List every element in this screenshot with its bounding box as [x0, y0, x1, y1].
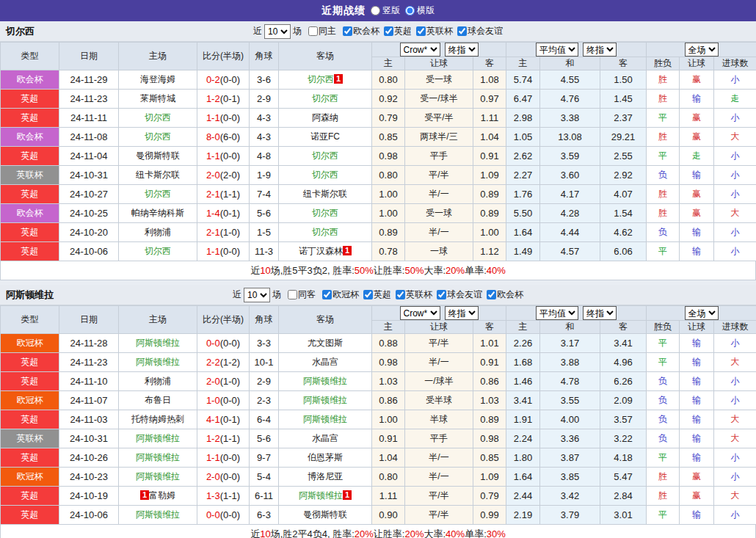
avg-away: 2.37 — [600, 109, 647, 128]
competition-filter-英联杯[interactable]: 英联杯 — [412, 25, 453, 37]
team-name: 切尔西 — [312, 208, 338, 218]
final-index-select-2[interactable]: 终指 — [583, 306, 617, 320]
competition-badge: 欧会杯 — [1, 128, 59, 147]
avg-away: 1.45 — [600, 90, 647, 109]
competition-checkbox[interactable] — [437, 290, 446, 299]
halftime-score: (0-0) — [220, 74, 240, 85]
match-count-select[interactable]: 10 — [264, 24, 291, 39]
team-name: 切尔西 — [312, 93, 338, 103]
same-venue-checkbox[interactable] — [288, 290, 297, 299]
average-select[interactable]: 平均值 — [536, 306, 578, 320]
result-goals: 小 — [714, 242, 756, 261]
team-name: 阿斯顿维拉 — [136, 338, 180, 348]
competition-filter-英超[interactable]: 英超 — [379, 25, 412, 37]
corner-count: 1-5 — [250, 223, 279, 242]
corner-count: 11-3 — [250, 242, 279, 261]
team-name: 水晶宫 — [312, 357, 338, 367]
team-name: 利物浦 — [145, 227, 171, 237]
halftime-score: (2-0) — [220, 170, 240, 181]
home-team: 阿斯顿维拉 — [119, 429, 197, 448]
team-name: 纽卡斯尔联 — [303, 189, 347, 199]
result-handicap: 输 — [680, 166, 714, 185]
competition-checkbox[interactable] — [343, 26, 352, 36]
summary-segment: 40% — [446, 528, 465, 538]
home-team: 阿斯顿维拉 — [119, 448, 197, 468]
result-handicap: 输 — [680, 448, 714, 468]
corner-count: 2-9 — [250, 90, 279, 109]
radio-horizontal-layout[interactable]: 横版 — [405, 4, 435, 17]
team-name: 布鲁日 — [145, 395, 171, 405]
competition-badge: 英超 — [1, 410, 59, 429]
team-name: 托特纳姆热刺 — [131, 414, 184, 424]
scope-select-group: 全场 — [647, 306, 756, 321]
competition-filter-英联杯[interactable]: 英联杯 — [391, 288, 432, 301]
final-index-select-2[interactable]: 终指 — [583, 43, 617, 57]
handicap-line: 受半球 — [405, 391, 473, 410]
competition-filter-英超[interactable]: 英超 — [359, 288, 391, 301]
competition-checkbox[interactable] — [363, 290, 373, 299]
competition-filter-欧冠杯[interactable]: 欧冠杯 — [318, 288, 359, 301]
result-outcome: 胜 — [647, 204, 680, 223]
avg-draw: 3.38 — [540, 109, 600, 128]
match-row: 英联杯24-10-31纽卡斯尔联2-0(2-0)1-9切尔西0.80平/半1.0… — [1, 166, 756, 185]
col-avg-away: 客 — [600, 321, 647, 334]
fulltime-score: 1-2 — [206, 93, 220, 104]
rank-badge: 1 — [140, 490, 149, 500]
same-venue-filter[interactable]: 同主 — [304, 25, 336, 37]
same-venue-filter[interactable]: 同客 — [283, 288, 316, 301]
horizontal-radio-input[interactable] — [405, 6, 415, 15]
competition-checkbox[interactable] — [384, 26, 393, 36]
match-row: 英超24-11-23阿斯顿维拉2-2(1-2)10-1水晶宫0.98半/一0.9… — [1, 353, 756, 372]
corner-count: 5-4 — [250, 468, 279, 487]
match-count-select[interactable]: 10 — [244, 288, 270, 302]
competition-checkbox[interactable] — [322, 290, 332, 299]
odds-away: 1.08 — [473, 70, 506, 90]
final-index-select[interactable]: 终指 — [445, 306, 479, 320]
corner-count: 5-6 — [250, 204, 279, 223]
match-date: 24-11-07 — [59, 391, 119, 410]
result-goals: 小 — [714, 147, 756, 166]
full-match-select[interactable]: 全场 — [685, 43, 719, 57]
final-index-select[interactable]: 终指 — [445, 43, 479, 57]
full-match-select[interactable]: 全场 — [685, 306, 719, 320]
corner-count: 4-3 — [250, 109, 279, 128]
sections-container: 切尔西 近 10 场 同主 欧会杯英超英联杯球会友谊 — [0, 21, 756, 538]
vertical-radio-input[interactable] — [371, 6, 380, 15]
result-goals: 走 — [714, 90, 756, 109]
avg-home: 2.24 — [506, 429, 540, 448]
same-venue-checkbox[interactable] — [308, 26, 318, 36]
team-name: 阿斯顿维拉 — [136, 509, 180, 520]
away-team: 水晶宫 — [279, 429, 372, 448]
odds-away: 0.99 — [473, 506, 506, 525]
avg-away: 2.09 — [600, 391, 647, 410]
average-select[interactable]: 平均值 — [536, 43, 578, 57]
bookmaker-select[interactable]: Crow* — [400, 306, 440, 320]
radio-vertical-layout[interactable]: 竖版 — [371, 4, 400, 17]
away-team: 博洛尼亚 — [279, 468, 372, 487]
halftime-score: (0-1) — [220, 208, 240, 219]
competition-filter-球会友谊[interactable]: 球会友谊 — [432, 288, 482, 301]
avg-draw: 13.08 — [540, 128, 600, 147]
result-handicap: 输 — [680, 334, 714, 353]
competition-filter-欧会杯[interactable]: 欧会杯 — [482, 288, 523, 301]
competition-filter-球会友谊[interactable]: 球会友谊 — [453, 25, 503, 37]
competition-badge: 英超 — [1, 353, 59, 372]
competition-filter-欧会杯[interactable]: 欧会杯 — [338, 25, 379, 37]
avg-draw: 3.60 — [540, 166, 600, 185]
competition-badge: 欧冠杯 — [1, 468, 59, 487]
result-outcome: 负 — [647, 166, 680, 185]
results-body: 欧会杯24-11-29海登海姆0-2(0-0)3-6切尔西10.80受一球1.0… — [1, 70, 756, 261]
bookmaker-select[interactable]: Crow* — [400, 43, 440, 57]
match-score: 2-1(1-1) — [197, 185, 250, 204]
competition-checkbox[interactable] — [396, 290, 405, 299]
result-goals: 小 — [714, 109, 756, 128]
home-team: 阿斯顿维拉 — [119, 353, 197, 372]
competition-checkbox[interactable] — [457, 26, 467, 36]
result-goals: 小 — [714, 506, 756, 525]
odds-away: 1.01 — [473, 334, 506, 353]
summary-segment: 10 — [260, 528, 270, 538]
competition-checkbox[interactable] — [416, 26, 426, 36]
competition-badge: 英超 — [1, 185, 59, 204]
summary-segment: 20% — [446, 265, 465, 276]
competition-checkbox[interactable] — [487, 290, 496, 299]
